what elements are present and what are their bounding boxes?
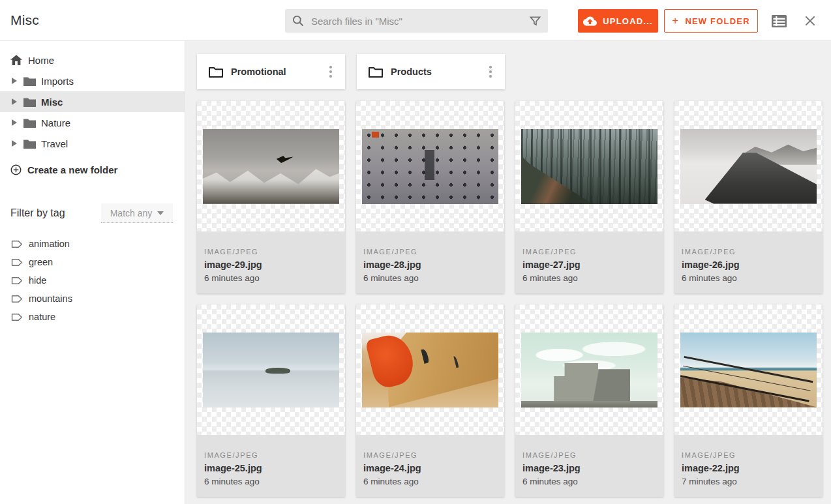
file-type-label: IMAGE/JPEG xyxy=(682,451,815,459)
folder-outline-icon xyxy=(209,67,223,78)
sidebar-item-travel[interactable]: Travel xyxy=(0,133,185,154)
tag-filter-nature[interactable]: nature xyxy=(0,308,185,326)
chevron-down-icon xyxy=(157,211,164,215)
file-card-footer: IMAGE/JPEG image-29.jpg 6 minutes ago xyxy=(197,231,345,293)
sidebar-folder-label: Misc xyxy=(41,96,63,108)
tag-label: green xyxy=(29,257,53,267)
file-card-footer: IMAGE/JPEG image-27.jpg 6 minutes ago xyxy=(515,231,663,293)
transparency-checkerboard xyxy=(197,101,345,231)
file-card[interactable]: IMAGE/JPEG image-24.jpg 6 minutes ago xyxy=(356,304,504,497)
file-card-footer: IMAGE/JPEG image-24.jpg 6 minutes ago xyxy=(356,435,504,497)
tag-label: nature xyxy=(29,312,55,322)
tag-filter-list: animation green hide mountains nature xyxy=(0,235,185,326)
filter-icon[interactable] xyxy=(529,15,541,27)
file-grid: IMAGE/JPEG image-29.jpg 6 minutes ago IM… xyxy=(197,101,831,497)
sidebar-folder-label: Imports xyxy=(41,76,74,87)
caret-right-icon[interactable] xyxy=(12,98,18,105)
sidebar-item-nature[interactable]: Nature xyxy=(0,112,185,133)
tag-icon xyxy=(11,258,23,267)
caret-right-icon[interactable] xyxy=(12,78,18,84)
transparency-checkerboard xyxy=(674,101,823,231)
caret-right-icon[interactable] xyxy=(12,140,18,147)
file-card[interactable]: IMAGE/JPEG image-27.jpg 6 minutes ago xyxy=(515,101,663,293)
file-card-footer: IMAGE/JPEG image-26.jpg 6 minutes ago xyxy=(674,231,823,293)
file-name: image-27.jpg xyxy=(522,259,656,270)
file-card-footer: IMAGE/JPEG image-22.jpg 7 minutes ago xyxy=(674,435,823,497)
file-type-label: IMAGE/JPEG xyxy=(204,248,337,256)
file-timestamp: 6 minutes ago xyxy=(363,273,496,283)
file-type-label: IMAGE/JPEG xyxy=(204,451,337,459)
file-type-label: IMAGE/JPEG xyxy=(363,248,496,256)
file-thumbnail xyxy=(203,333,339,408)
new-folder-button[interactable]: + NEW FOLDER xyxy=(664,9,758,33)
upload-button[interactable]: UPLOAD... xyxy=(578,9,658,33)
tag-filter-green[interactable]: green xyxy=(0,253,185,271)
file-timestamp: 6 minutes ago xyxy=(204,273,337,283)
sidebar-item-home[interactable]: Home xyxy=(0,50,185,70)
search-bar[interactable] xyxy=(285,9,548,33)
file-name: image-25.jpg xyxy=(204,463,337,473)
file-card[interactable]: IMAGE/JPEG image-25.jpg 6 minutes ago xyxy=(197,304,345,497)
file-timestamp: 6 minutes ago xyxy=(204,477,337,486)
file-timestamp: 6 minutes ago xyxy=(682,273,815,283)
caret-right-icon[interactable] xyxy=(12,119,18,126)
file-card[interactable]: IMAGE/JPEG image-22.jpg 7 minutes ago xyxy=(674,304,823,497)
circle-plus-icon xyxy=(10,164,22,175)
file-thumbnail xyxy=(680,333,817,408)
file-card-footer: IMAGE/JPEG image-25.jpg 6 minutes ago xyxy=(197,435,345,497)
create-new-folder-button[interactable]: Create a new folder xyxy=(0,159,185,180)
folder-tree: Imports Misc Nature Travel xyxy=(0,70,185,154)
file-card[interactable]: IMAGE/JPEG image-28.jpg 6 minutes ago xyxy=(356,101,504,293)
file-name: image-26.jpg xyxy=(682,259,815,270)
kebab-menu-icon[interactable] xyxy=(323,64,339,80)
tag-icon xyxy=(11,295,23,303)
tag-filter-animation[interactable]: animation xyxy=(0,235,185,253)
sidebar-item-imports[interactable]: Imports xyxy=(0,70,185,91)
tag-filter-hide[interactable]: hide xyxy=(0,271,185,289)
folder-cards-row: Promotional Products xyxy=(197,54,831,89)
search-input[interactable] xyxy=(311,16,529,27)
cloud-upload-icon xyxy=(583,16,597,26)
transparency-checkerboard xyxy=(356,304,504,435)
file-thumbnail xyxy=(362,333,498,408)
folder-icon xyxy=(23,139,36,149)
transparency-checkerboard xyxy=(674,304,823,435)
file-card[interactable]: IMAGE/JPEG image-29.jpg 6 minutes ago xyxy=(197,101,345,293)
file-type-label: IMAGE/JPEG xyxy=(522,451,656,459)
search-icon xyxy=(292,14,305,27)
file-thumbnail xyxy=(362,129,498,204)
file-timestamp: 6 minutes ago xyxy=(522,273,656,283)
file-type-label: IMAGE/JPEG xyxy=(363,451,496,459)
file-timestamp: 6 minutes ago xyxy=(363,477,496,486)
filter-by-tag-heading: Filter by tag xyxy=(10,207,65,219)
home-icon xyxy=(10,55,22,65)
file-card-footer: IMAGE/JPEG image-23.jpg 6 minutes ago xyxy=(515,435,663,497)
folder-card-name: Products xyxy=(391,67,475,77)
sidebar: Home Imports Misc Nature xyxy=(0,41,185,504)
match-any-select[interactable]: Match any xyxy=(101,203,173,223)
tag-filter-mountains[interactable]: mountains xyxy=(0,289,185,308)
transparency-checkerboard xyxy=(515,101,663,231)
tag-label: hide xyxy=(29,275,46,286)
file-name: image-24.jpg xyxy=(363,463,496,473)
transparency-checkerboard xyxy=(515,304,663,435)
folder-card-products[interactable]: Products xyxy=(357,54,505,89)
file-type-label: IMAGE/JPEG xyxy=(682,248,815,256)
kebab-menu-icon[interactable] xyxy=(483,64,498,80)
file-name: image-28.jpg xyxy=(363,259,496,270)
close-icon[interactable] xyxy=(802,13,818,29)
file-card[interactable]: IMAGE/JPEG image-23.jpg 6 minutes ago xyxy=(515,304,663,497)
folder-icon xyxy=(23,118,36,128)
sidebar-item-misc[interactable]: Misc xyxy=(0,91,185,112)
sidebar-folder-label: Travel xyxy=(41,138,68,149)
folder-outline-icon xyxy=(369,67,383,78)
sidebar-folder-label: Nature xyxy=(41,117,70,128)
folder-card-promotional[interactable]: Promotional xyxy=(197,54,345,89)
tag-label: animation xyxy=(29,239,70,249)
folder-icon xyxy=(23,76,36,86)
file-name: image-23.jpg xyxy=(522,463,656,473)
list-view-toggle-icon[interactable] xyxy=(771,13,787,29)
file-card[interactable]: IMAGE/JPEG image-26.jpg 6 minutes ago xyxy=(674,101,823,293)
file-name: image-29.jpg xyxy=(204,259,337,270)
plus-icon: + xyxy=(672,15,679,26)
